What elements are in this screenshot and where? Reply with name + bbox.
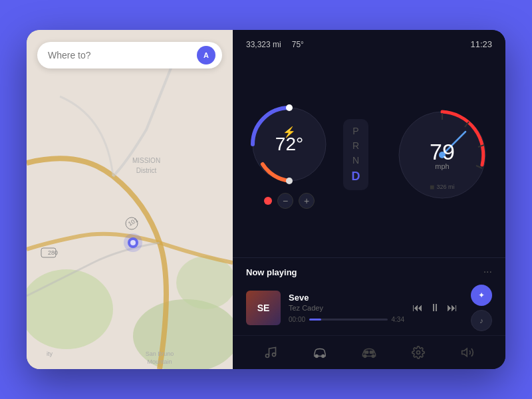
music-section: Now playing ··· SE Seve Tez Cadey 00:00 …	[233, 257, 505, 331]
progress-bar[interactable]	[309, 319, 388, 321]
bluetooth-button[interactable]: ✦	[471, 285, 492, 306]
temperature: 75°	[292, 40, 304, 49]
temp-gauge-wrap: ⚡ 72° − +	[246, 101, 332, 209]
song-title: Seve	[289, 293, 404, 303]
pause-button[interactable]: ⏸	[430, 302, 440, 314]
song-artist: Tez Cadey	[289, 304, 404, 312]
right-section: 33,323 mi 75° 11:23	[233, 30, 505, 369]
music-row: SE Seve Tez Cadey 00:00 4:34 ⏮ ⏸ ⏭	[246, 285, 492, 331]
svg-rect-33	[370, 351, 374, 353]
svg-point-28	[266, 354, 269, 358]
mileage: 33,323 mi	[246, 40, 281, 49]
music-controls: ⏮ ⏸ ⏭	[412, 302, 458, 314]
svg-text:MISSION: MISSION	[132, 157, 160, 164]
svg-point-16	[124, 233, 142, 252]
svg-text:ity: ity	[47, 350, 53, 357]
gear-D[interactable]: D	[348, 170, 363, 184]
header: 33,323 mi 75° 11:23	[233, 30, 505, 59]
prev-button[interactable]: ⏮	[412, 302, 423, 314]
music-header: Now playing ···	[246, 266, 492, 278]
search-input[interactable]	[48, 50, 197, 61]
svg-text:Mountain: Mountain	[147, 358, 172, 365]
svg-point-29	[273, 353, 276, 356]
svg-point-36	[417, 351, 420, 354]
nav-music[interactable]	[259, 342, 283, 362]
svg-point-18	[286, 104, 293, 111]
svg-text:280: 280	[48, 249, 58, 256]
temp-minus-btn[interactable]: −	[277, 193, 293, 209]
speed-range: ◼ 326 mi	[430, 184, 454, 190]
svg-point-34	[364, 354, 366, 357]
temp-value: 72°	[275, 134, 303, 155]
avatar: A	[197, 46, 215, 65]
nav-volume[interactable]	[456, 342, 479, 362]
temp-controls: − +	[264, 193, 315, 209]
gauges-row: ⚡ 72° − + P R N D	[233, 59, 505, 257]
svg-marker-37	[462, 348, 467, 356]
temp-plus-btn[interactable]: +	[299, 193, 315, 209]
temp-dot	[264, 197, 272, 205]
speed-value: 79 mph	[430, 138, 455, 170]
music-icon: ♪	[479, 317, 483, 325]
clock: 11:23	[470, 39, 492, 49]
more-button[interactable]: ···	[483, 266, 492, 278]
svg-point-19	[286, 178, 293, 184]
nav-car[interactable]	[308, 342, 332, 362]
gear-N[interactable]: N	[348, 155, 363, 166]
speed-gauge: 79 mph ◼ 326 mi	[392, 105, 492, 205]
main-card: 101 280 TENDERLOIN MISSION District ity …	[27, 30, 505, 369]
svg-point-31	[322, 354, 325, 357]
search-bar[interactable]: A	[37, 42, 222, 68]
gear-P[interactable]: P	[348, 126, 363, 136]
svg-text:San Bruno: San Bruno	[146, 350, 174, 357]
svg-rect-32	[364, 351, 368, 353]
gear-R[interactable]: R	[348, 140, 363, 151]
nav-settings[interactable]	[406, 342, 430, 362]
map-section: 101 280 TENDERLOIN MISSION District ity …	[27, 30, 233, 369]
bottom-nav	[233, 335, 505, 369]
svg-point-30	[315, 354, 318, 357]
next-button[interactable]: ⏭	[447, 302, 458, 314]
temp-gauge: ⚡ 72°	[246, 101, 332, 188]
action-buttons: ✦ ♪	[471, 285, 492, 331]
now-playing-label: Now playing	[246, 267, 297, 277]
bluetooth-icon: ✦	[478, 291, 485, 300]
nav-car2[interactable]	[357, 342, 381, 362]
progress-row: 00:00 4:34	[289, 316, 404, 323]
time-total: 4:34	[392, 316, 404, 323]
album-art: SE	[246, 291, 281, 325]
gear-selector: P R N D	[343, 119, 368, 190]
svg-text:District: District	[136, 167, 157, 174]
music-button[interactable]: ♪	[471, 310, 492, 331]
svg-point-35	[372, 354, 374, 357]
song-info: Seve Tez Cadey 00:00 4:34	[289, 293, 404, 323]
progress-fill	[309, 319, 321, 321]
time-current: 00:00	[289, 316, 305, 323]
